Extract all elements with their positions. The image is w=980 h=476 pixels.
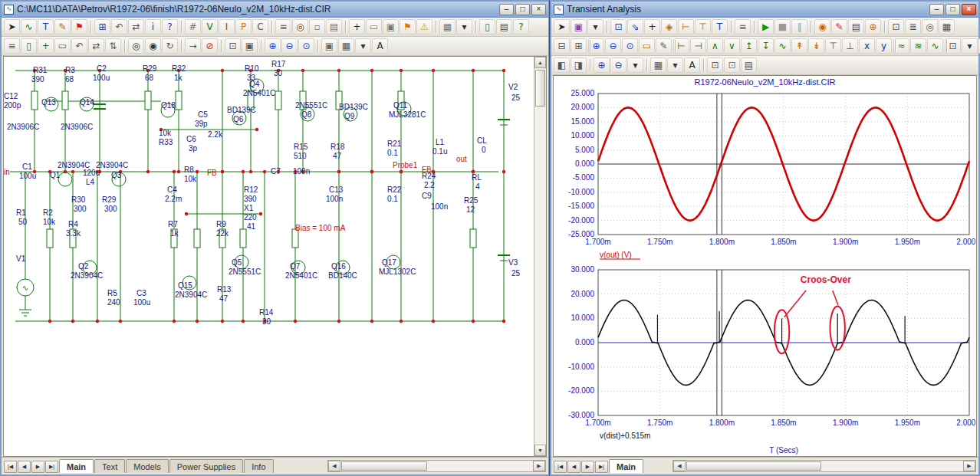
schematic-label[interactable]: Q18 [161, 101, 176, 110]
global-low-icon[interactable]: ↡ [808, 38, 824, 54]
scale-mode-icon[interactable]: ⇘ [627, 19, 643, 34]
grid-caret-icon[interactable]: ▾ [667, 57, 683, 73]
schematic-label[interactable]: Q17 [382, 258, 396, 267]
zoom-out-icon[interactable]: ⊖ [281, 38, 298, 54]
border-icon[interactable]: ▭ [366, 19, 382, 34]
schematic-label[interactable]: C2 [97, 64, 107, 73]
warning-icon[interactable]: ⚠ [416, 19, 432, 34]
schematic-label[interactable]: R8 [184, 166, 194, 174]
inflection-icon[interactable]: ∿ [774, 38, 791, 54]
cursor-mode-icon[interactable]: + [644, 19, 660, 34]
schematic-label[interactable]: Q5 [232, 258, 242, 267]
restore-button[interactable]: □ [515, 4, 530, 15]
schematic-label[interactable]: 240 [107, 298, 120, 307]
stop-icon[interactable]: ■ [774, 19, 791, 34]
help-topics-icon[interactable]: ? [513, 19, 529, 34]
tab-nav-first[interactable]: |◀ [554, 461, 567, 473]
region-icon[interactable]: ▭ [54, 38, 71, 54]
junction-icon[interactable]: + [38, 38, 54, 54]
schematic-label[interactable]: R21 [387, 140, 401, 148]
schematic-titlebar[interactable]: ∿ C:\MC11\DATA\Petrov\R1972-06\finish\R1… [2, 2, 548, 18]
horizontal-scroll-track[interactable] [686, 461, 963, 471]
add-page-icon[interactable]: ⊡ [945, 38, 961, 54]
watch-icon[interactable]: ◎ [922, 19, 938, 34]
power-icon[interactable]: P [235, 19, 252, 34]
schematic-label[interactable]: Q15 [178, 281, 192, 290]
analysis-limits-icon[interactable]: ≡ [275, 19, 291, 34]
smooth-icon[interactable]: ≈ [893, 38, 909, 54]
grid-text-icon[interactable]: ▤ [326, 19, 342, 34]
schematic-label[interactable]: X1 [244, 204, 253, 212]
schematic-label[interactable]: R3 [65, 66, 75, 74]
schematic-label[interactable]: Q13 [41, 98, 56, 107]
new-page-icon[interactable]: ▯ [479, 19, 495, 34]
node-numbers-icon[interactable]: # [185, 19, 201, 34]
next-data-point-icon[interactable]: ⊣ [690, 38, 706, 54]
schematic-label[interactable]: 25 [511, 94, 520, 102]
schematic-label[interactable]: 0.1 [387, 149, 398, 157]
zoom-in-icon[interactable]: ⊕ [588, 38, 604, 54]
schematic-label[interactable]: 300 [74, 205, 87, 213]
schematic-label[interactable]: R7 [168, 220, 178, 228]
vertical-scroll-track[interactable] [534, 68, 546, 445]
panel-close-icon[interactable]: ⊟ [554, 38, 570, 54]
transient-horizontal-scrollbar[interactable]: ◀ ▶ [673, 460, 976, 472]
schematic-label[interactable]: Q14 [80, 98, 94, 107]
run-icon[interactable]: ▶ [758, 19, 774, 34]
schematic-label[interactable]: R13 [217, 285, 231, 294]
zoom-in-icon[interactable]: ⊕ [594, 57, 610, 73]
display-mode-icon[interactable]: ▦ [338, 38, 354, 54]
schematic-label[interactable]: 50 [18, 218, 27, 226]
grid-caret-icon[interactable]: ▾ [456, 19, 472, 34]
vertical-scroll-thumb[interactable] [535, 70, 545, 107]
schematic-horizontal-scrollbar[interactable]: ◀ ▶ [327, 460, 546, 472]
schematic-label[interactable]: 10k [43, 218, 55, 226]
tab-nav-next[interactable]: ▶ [31, 461, 44, 473]
schematic-label[interactable]: 2N5551C [295, 101, 327, 110]
mode-caret-icon[interactable]: ▾ [355, 38, 371, 54]
restore-button[interactable]: □ [945, 4, 960, 15]
valley-icon[interactable]: ∨ [724, 38, 740, 54]
component-icon[interactable]: ⊞ [94, 19, 110, 34]
schematic-label[interactable]: 2.2m [165, 195, 182, 203]
schematic-label[interactable]: 0.1u [432, 147, 447, 156]
schematic-label[interactable]: 2.2 [424, 181, 435, 189]
copy-to-clipboard-icon[interactable]: ⊡ [225, 38, 241, 54]
schematic-label[interactable]: 10k [184, 175, 196, 183]
schematic-label[interactable]: Q3 [111, 171, 121, 179]
schematic-label[interactable]: 3p [189, 144, 197, 153]
go-to-y-icon[interactable]: y [876, 38, 892, 54]
ruler-icon[interactable]: ▤ [848, 19, 864, 34]
schematic-label[interactable]: R14 [259, 308, 273, 317]
font-icon[interactable]: A [684, 57, 700, 73]
properties-icon[interactable]: ≡ [735, 19, 751, 34]
schematic-label[interactable]: 0 [482, 146, 486, 154]
schematic-label[interactable]: 41 [247, 222, 255, 231]
scroll-right-button[interactable]: ▶ [963, 461, 975, 471]
schematic-label[interactable]: 25 [511, 269, 520, 277]
schematic-label[interactable]: 2N3906C [7, 123, 39, 131]
peak-icon[interactable]: ∧ [707, 38, 723, 54]
schematic-label[interactable]: R5 [107, 289, 117, 297]
schematic-label[interactable]: C4 [167, 185, 177, 194]
close-button[interactable]: × [962, 4, 976, 15]
page-caret-icon[interactable]: ▾ [962, 38, 978, 54]
copy-window-icon[interactable]: ⊡ [724, 57, 740, 73]
flip-x-icon[interactable]: ⇄ [88, 38, 104, 54]
schematic-label[interactable]: R12 [244, 185, 258, 194]
bookmark-icon[interactable]: ⚑ [400, 19, 416, 34]
schematic-label[interactable]: BD139C [227, 106, 256, 114]
cross-hair-icon[interactable]: + [349, 19, 365, 34]
tokens-icon[interactable]: ✎ [831, 19, 847, 34]
horizontal-scroll-thumb[interactable] [686, 461, 821, 471]
schematic-label[interactable]: 1k [170, 229, 179, 238]
minimize-button[interactable]: – [929, 4, 944, 15]
currents-icon[interactable]: I [219, 19, 235, 34]
accumulate-icon[interactable]: ⊕ [865, 19, 881, 34]
print-preview-icon[interactable]: ▤ [741, 57, 757, 73]
schematic-label[interactable]: R9 [216, 220, 226, 228]
schematic-label[interactable]: Q16 [331, 262, 346, 271]
pages-icon[interactable]: ⊡ [888, 19, 904, 34]
numeric-output-icon[interactable]: ≣ [905, 19, 921, 34]
schematic-label[interactable]: C13 [329, 185, 343, 194]
